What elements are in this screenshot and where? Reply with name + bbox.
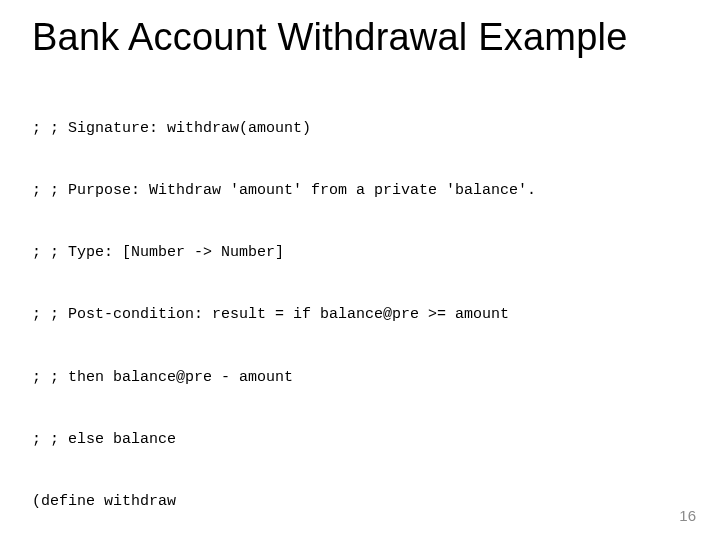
code-line: (define withdraw bbox=[32, 492, 688, 513]
code-block: ; ; Signature: withdraw(amount) ; ; Purp… bbox=[32, 78, 688, 540]
code-line: ; ; then balance@pre - amount bbox=[32, 368, 688, 389]
page-number: 16 bbox=[679, 507, 696, 524]
code-line: ; ; Type: [Number -> Number] bbox=[32, 243, 688, 264]
slide-title: Bank Account Withdrawal Example bbox=[32, 18, 688, 58]
code-line: ; ; Purpose: Withdraw 'amount' from a pr… bbox=[32, 181, 688, 202]
slide: Bank Account Withdrawal Example ; ; Sign… bbox=[0, 0, 720, 540]
code-line: ; ; Post-condition: result = if balance@… bbox=[32, 305, 688, 326]
code-line: ; ; Signature: withdraw(amount) bbox=[32, 119, 688, 140]
code-line: ; ; else balance bbox=[32, 430, 688, 451]
